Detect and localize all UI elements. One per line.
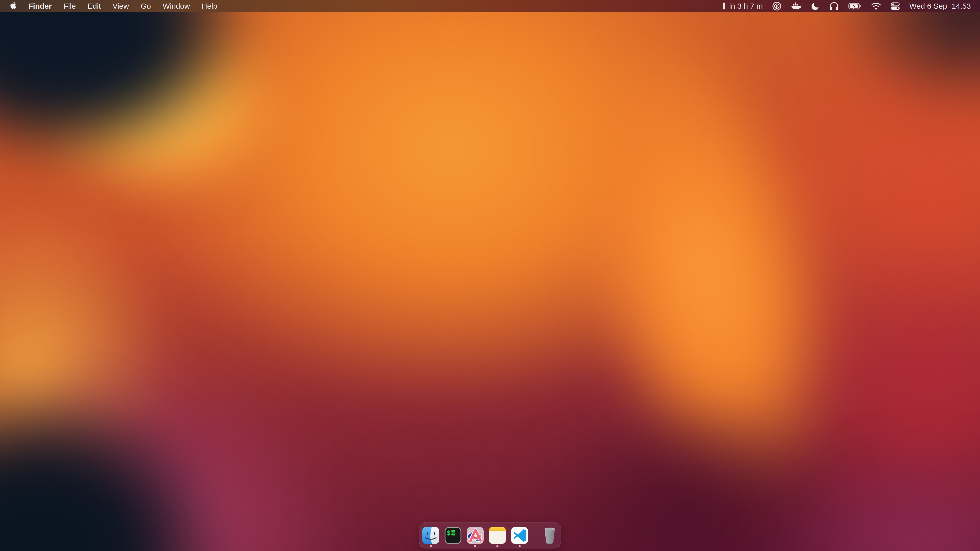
menu-app-name[interactable]: Finder: [28, 2, 52, 11]
concentric-rings-icon[interactable]: [772, 2, 781, 11]
headphones-icon[interactable]: [829, 2, 839, 11]
finder-icon: [422, 527, 439, 544]
apple-icon: [10, 1, 17, 10]
status-countdown-text: in 3 h 7 m: [729, 2, 763, 11]
docker-whale-icon[interactable]: [791, 2, 802, 11]
menu-view[interactable]: View: [113, 2, 129, 11]
vscode-icon: [511, 527, 528, 544]
dock-item-a-app[interactable]: [467, 527, 484, 544]
battery-charging-icon[interactable]: [848, 3, 862, 10]
terminal-icon: $: [445, 527, 461, 544]
trash-icon: [542, 527, 558, 545]
clock-time: 14:53: [952, 2, 971, 11]
dock-item-finder[interactable]: [422, 527, 439, 544]
wifi-icon[interactable]: [871, 2, 881, 10]
running-indicator: [519, 545, 520, 547]
moon-focus-icon[interactable]: [811, 2, 820, 11]
notes-icon: [489, 527, 506, 544]
clock-date: Wed 6 Sep: [909, 2, 947, 11]
menu-go[interactable]: Go: [141, 2, 151, 11]
apple-menu[interactable]: [10, 1, 17, 11]
dock: $: [419, 522, 561, 548]
menu-bar-clock[interactable]: Wed 6 Sep 14:53: [909, 2, 971, 11]
menu-window[interactable]: Window: [162, 2, 190, 11]
running-indicator: [430, 545, 432, 547]
menu-file[interactable]: File: [64, 2, 76, 11]
desktop-wallpaper: [0, 0, 980, 551]
a-letter-app-icon: [467, 527, 484, 544]
control-center-icon[interactable]: [891, 2, 900, 10]
dock-item-notes[interactable]: [489, 527, 506, 544]
running-indicator: [496, 545, 498, 547]
timer-capsule-icon: [723, 2, 725, 10]
running-indicator: [474, 545, 476, 547]
status-countdown[interactable]: in 3 h 7 m: [723, 2, 763, 11]
dock-item-terminal[interactable]: $: [445, 527, 461, 544]
menu-help[interactable]: Help: [202, 2, 218, 11]
dock-separator: [535, 527, 535, 544]
menu-edit[interactable]: Edit: [88, 2, 101, 11]
menu-bar: Finder File Edit View Go Window Help in …: [0, 0, 980, 12]
dock-item-trash[interactable]: [542, 527, 558, 545]
terminal-prompt: $: [447, 529, 450, 537]
dock-item-vscode[interactable]: [511, 527, 528, 544]
